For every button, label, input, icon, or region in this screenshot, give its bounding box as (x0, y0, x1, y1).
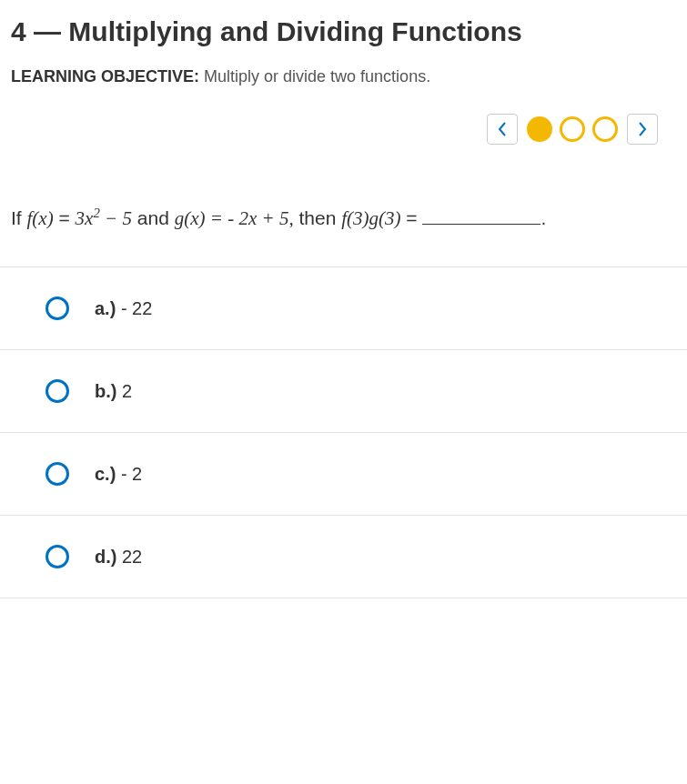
objective-label: LEARNING OBJECTIVE: (11, 67, 199, 85)
answer-choices: a.) - 22 b.) 2 c.) - 2 d.) 22 (0, 266, 687, 598)
choice-label: a.) - 22 (95, 298, 152, 319)
choice-c[interactable]: c.) - 2 (0, 432, 687, 515)
chevron-left-icon (496, 121, 509, 137)
choice-label: c.) - 2 (95, 464, 142, 485)
chevron-right-icon (636, 121, 649, 137)
choice-b[interactable]: b.) 2 (0, 349, 687, 432)
next-button[interactable] (627, 114, 658, 145)
choice-d[interactable]: d.) 22 (0, 515, 687, 598)
progress-dot-3[interactable] (592, 116, 618, 142)
choice-label: b.) 2 (95, 381, 132, 402)
radio-icon (45, 545, 69, 568)
radio-icon (45, 297, 69, 320)
question-text: If f(x) = 3x2 − 5 and g(x) = - 2x + 5, t… (0, 204, 687, 266)
answer-blank (422, 204, 541, 225)
radio-icon (45, 462, 69, 486)
learning-objective: LEARNING OBJECTIVE: Multiply or divide t… (11, 67, 676, 86)
question-nav (11, 114, 676, 145)
progress-dots (527, 116, 618, 142)
page-title: 4 — Multiplying and Dividing Functions (11, 16, 676, 47)
progress-dot-1[interactable] (527, 116, 552, 142)
choice-a[interactable]: a.) - 22 (0, 266, 687, 349)
objective-text: Multiply or divide two functions. (199, 67, 430, 85)
choice-label: d.) 22 (95, 547, 142, 568)
progress-dot-2[interactable] (560, 116, 585, 142)
radio-icon (45, 379, 69, 403)
prev-button[interactable] (487, 114, 518, 145)
